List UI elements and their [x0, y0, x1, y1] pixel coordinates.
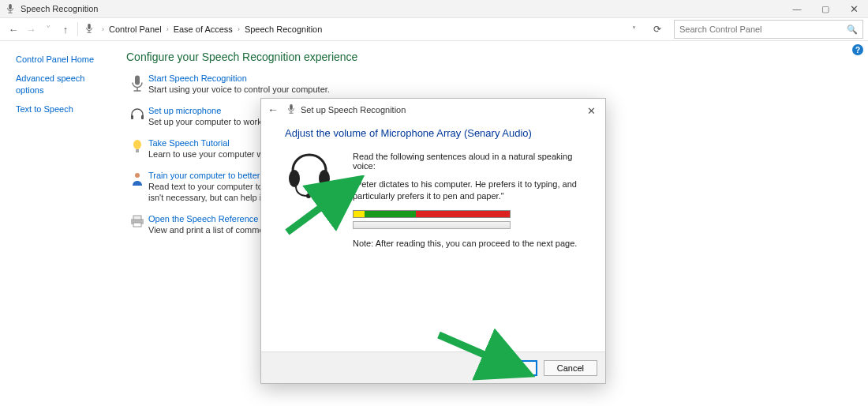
sidebar-link-tts[interactable]: Text to Speech — [16, 103, 110, 115]
breadcrumb-item[interactable]: Ease of Access — [170, 23, 236, 36]
sidebar-link-advanced[interactable]: Advanced speech options — [16, 73, 110, 96]
volume-meter — [353, 210, 511, 218]
svg-point-20 — [289, 170, 300, 187]
wizard-titlebar: ← Set up Speech Recognition ✕ — [261, 99, 605, 121]
setup-wizard-dialog: ← Set up Speech Recognition ✕ Adjust the… — [260, 98, 606, 384]
wizard-close-button[interactable]: ✕ — [582, 103, 600, 118]
svg-rect-15 — [133, 216, 141, 220]
address-dropdown[interactable]: ˅ — [626, 22, 642, 37]
svg-point-13 — [135, 173, 140, 178]
minimize-button[interactable]: — — [783, 0, 811, 17]
window-title: Speech Recognition — [21, 4, 98, 13]
item-desc: Start using your voice to control your c… — [148, 84, 849, 96]
svg-point-11 — [133, 140, 141, 149]
sidebar: Control Panel Home Advanced speech optio… — [0, 41, 118, 406]
toolbar: ← → ˅ ↑ › Control Panel › Ease of Access… — [0, 17, 868, 41]
mic-icon — [286, 103, 297, 117]
tutorial-link[interactable]: Take Speech Tutorial — [148, 138, 230, 148]
mic-icon — [84, 23, 95, 36]
search-icon: 🔍 — [847, 24, 858, 35]
wizard-title: Set up Speech Recognition — [301, 105, 406, 115]
forward-button[interactable]: → — [22, 21, 39, 38]
wizard-note: Note: After reading this, you can procee… — [353, 239, 582, 248]
meter-yellow — [354, 211, 365, 217]
headset-illustration — [285, 152, 353, 248]
search-field[interactable] — [679, 24, 847, 34]
chevron-right-icon: › — [100, 25, 106, 33]
mic-icon — [5, 3, 16, 14]
svg-rect-9 — [131, 115, 133, 119]
search-input[interactable]: 🔍 — [674, 20, 863, 39]
svg-rect-12 — [136, 149, 139, 152]
headset-icon — [126, 105, 148, 128]
breadcrumb-item[interactable]: Control Panel — [106, 23, 165, 36]
page-heading: Configure your Speech Recognition experi… — [126, 51, 849, 63]
svg-point-22 — [306, 194, 311, 198]
mic-icon — [126, 73, 148, 96]
close-button[interactable]: ✕ — [840, 0, 868, 17]
wizard-footer: Next Cancel — [261, 351, 605, 383]
person-icon — [126, 170, 148, 205]
svg-point-21 — [319, 170, 330, 187]
chevron-right-icon: › — [236, 25, 241, 33]
cancel-button[interactable]: Cancel — [544, 360, 597, 376]
volume-level-bar — [353, 221, 511, 229]
breadcrumb[interactable]: › Control Panel › Ease of Access › Speec… — [81, 23, 626, 36]
next-button[interactable]: Next — [492, 360, 537, 376]
maximize-button[interactable]: ▢ — [811, 0, 840, 17]
list-item: Start Speech Recognition Start using you… — [126, 73, 849, 96]
svg-rect-0 — [9, 4, 12, 9]
wizard-instruction: Read the following sentences aloud in a … — [353, 152, 582, 171]
svg-rect-16 — [133, 223, 141, 227]
svg-rect-3 — [88, 23, 91, 28]
meter-green — [365, 211, 416, 217]
svg-rect-6 — [135, 76, 140, 85]
lightbulb-icon — [126, 137, 148, 160]
wizard-back-button[interactable]: ← — [268, 103, 283, 116]
wizard-quote: "Peter dictates to his computer. He pref… — [353, 179, 582, 202]
recent-dropdown[interactable]: ˅ — [39, 21, 57, 38]
up-button[interactable]: ↑ — [57, 21, 74, 38]
printer-icon — [126, 213, 148, 236]
window-titlebar: Speech Recognition — ▢ ✕ — [0, 0, 868, 17]
sidebar-link-home[interactable]: Control Panel Home — [16, 54, 110, 65]
chevron-right-icon: › — [165, 25, 170, 33]
svg-rect-17 — [290, 103, 293, 109]
meter-red — [416, 211, 510, 217]
divider — [77, 22, 78, 36]
back-button[interactable]: ← — [5, 21, 22, 38]
start-speech-link[interactable]: Start Speech Recognition — [148, 73, 247, 83]
refresh-button[interactable]: ⟳ — [647, 21, 668, 38]
breadcrumb-item[interactable]: Speech Recognition — [241, 23, 325, 36]
setup-mic-link[interactable]: Set up microphone — [148, 106, 221, 115]
svg-rect-10 — [141, 115, 144, 119]
wizard-heading: Adjust the volume of Microphone Array (S… — [285, 127, 582, 139]
